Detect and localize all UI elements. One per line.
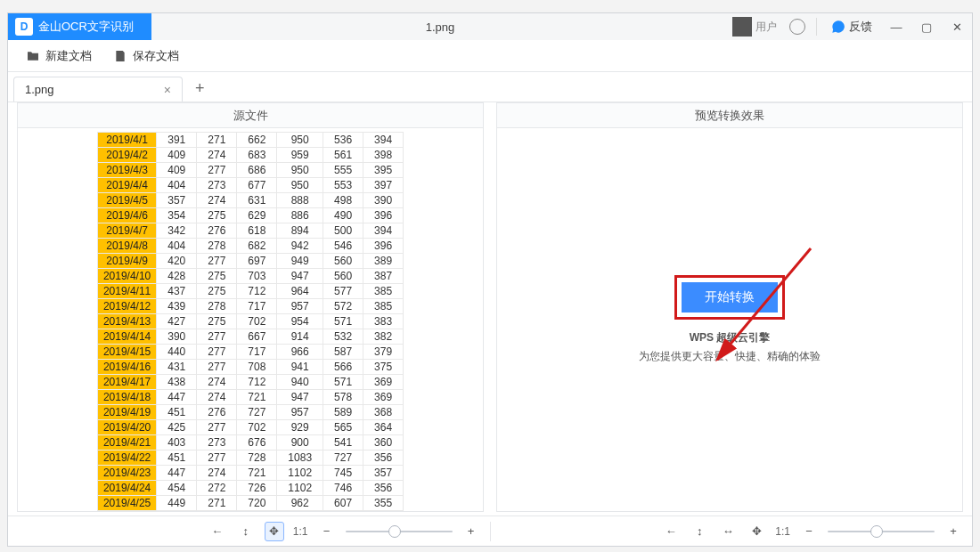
zoom-slider-2[interactable]	[828, 531, 935, 532]
zoom-in-button-2[interactable]: +	[943, 522, 963, 541]
data-cell: 959	[277, 148, 323, 163]
data-cell: 431	[157, 360, 197, 375]
table-row: 2019/4/244542727261102746356	[97, 481, 403, 496]
save-document-button[interactable]: 保存文档	[113, 48, 179, 64]
chevron-left-icon: ←	[666, 524, 677, 538]
data-cell: 712	[237, 375, 277, 390]
data-cell: 274	[197, 375, 237, 390]
move-icon: ✥	[269, 524, 279, 538]
data-cell: 437	[157, 284, 197, 299]
save-document-label: 保存文档	[133, 48, 179, 64]
data-cell: 555	[323, 163, 363, 178]
zoom-slider-knob-2[interactable]	[870, 525, 883, 538]
date-cell: 2019/4/21	[97, 435, 156, 451]
date-cell: 2019/4/22	[97, 451, 156, 466]
fit-height-button[interactable]: ↕	[690, 522, 709, 541]
bottom-bar: ← ↕ ✥ 1:1 − + ← ↕ ↔ ✥ 1:1 − +	[8, 515, 972, 546]
table-row: 2019/4/234472747211102745357	[97, 466, 403, 481]
scale-label: 1:1	[293, 525, 308, 538]
folder-icon	[26, 49, 40, 63]
data-cell: 942	[277, 239, 323, 254]
data-cell: 589	[323, 405, 363, 420]
preview-panel: 预览转换效果 开始转换 WPS 超级云引擎 为您提供更大容量、快捷、精确的体验	[496, 102, 963, 512]
date-cell: 2019/4/11	[97, 284, 156, 299]
maximize-button[interactable]: ▢	[911, 13, 942, 40]
data-cell: 364	[363, 420, 404, 435]
table-row: 2019/4/12439278717957572385	[97, 299, 403, 314]
data-cell: 561	[323, 148, 363, 163]
arrow-left-button-2[interactable]: ←	[661, 522, 681, 541]
promo-text-1: WPS 超级云引擎	[690, 330, 771, 345]
arrow-left-button[interactable]: ←	[208, 522, 227, 541]
data-cell: 271	[197, 133, 237, 148]
data-cell: 275	[197, 314, 237, 329]
start-convert-button[interactable]: 开始转换	[682, 282, 778, 313]
date-cell: 2019/4/8	[97, 239, 156, 254]
source-panel: 源文件 2019/4/13912716629505363942019/4/240…	[17, 102, 484, 512]
data-cell: 618	[237, 223, 277, 239]
data-cell: 607	[323, 496, 363, 511]
sync-icon[interactable]	[789, 19, 805, 35]
close-window-button[interactable]: ✕	[942, 13, 972, 40]
data-cell: 390	[363, 193, 404, 208]
date-cell: 2019/4/9	[97, 254, 156, 269]
data-cell: 274	[197, 466, 237, 481]
data-cell: 278	[197, 239, 237, 254]
data-cell: 721	[237, 390, 277, 405]
date-cell: 2019/4/2	[97, 148, 156, 163]
data-cell: 277	[197, 420, 237, 435]
date-cell: 2019/4/12	[97, 299, 156, 314]
data-cell: 389	[363, 254, 404, 269]
data-cell: 356	[363, 481, 404, 496]
zoom-out-button[interactable]: −	[317, 522, 337, 541]
data-cell: 702	[237, 420, 277, 435]
workspace: 源文件 2019/4/13912716629505363942019/4/240…	[8, 102, 972, 515]
date-cell: 2019/4/1	[97, 133, 156, 148]
zoom-in-button[interactable]: +	[461, 522, 481, 541]
data-cell: 368	[363, 405, 404, 420]
move-tool-button[interactable]: ✥	[265, 522, 284, 541]
data-cell: 947	[277, 269, 323, 284]
data-cell: 385	[363, 299, 404, 314]
fit-width-button[interactable]: ↔	[718, 522, 738, 541]
table-row: 2019/4/18447274721947578369	[97, 390, 403, 405]
data-cell: 277	[197, 163, 237, 178]
data-cell: 1102	[277, 466, 323, 481]
new-document-label: 新建文档	[45, 48, 92, 64]
date-cell: 2019/4/15	[97, 345, 156, 360]
add-tab-button[interactable]: +	[188, 79, 212, 101]
data-cell: 726	[237, 481, 277, 496]
feedback-label: 反馈	[849, 19, 872, 35]
fit-both-button[interactable]: ✥	[747, 522, 766, 541]
feedback-button[interactable]: 反馈	[831, 19, 872, 35]
minimize-button[interactable]: —	[881, 13, 911, 40]
tab-1png[interactable]: 1.png ×	[13, 77, 183, 101]
table-row: 2019/4/9420277697949560389	[97, 254, 403, 269]
date-cell: 2019/4/13	[97, 314, 156, 329]
data-cell: 954	[277, 314, 323, 329]
data-cell: 375	[363, 360, 404, 375]
data-cell: 572	[323, 299, 363, 314]
user-avatar[interactable]	[732, 17, 752, 37]
source-image-view[interactable]: 2019/4/13912716629505363942019/4/2409274…	[18, 128, 483, 511]
data-cell: 541	[323, 435, 363, 451]
data-cell: 746	[323, 481, 363, 496]
data-cell: 727	[323, 451, 363, 466]
data-cell: 957	[277, 405, 323, 420]
data-cell: 278	[197, 299, 237, 314]
data-cell: 553	[323, 178, 363, 193]
table-row: 2019/4/20425277702929565364	[97, 420, 403, 435]
data-cell: 382	[363, 329, 404, 345]
zoom-out-button-2[interactable]: −	[799, 522, 819, 541]
hand-tool-button[interactable]: ↕	[236, 522, 256, 541]
data-cell: 394	[363, 133, 404, 148]
data-cell: 947	[277, 390, 323, 405]
data-cell: 720	[237, 496, 277, 511]
new-document-button[interactable]: 新建文档	[26, 48, 92, 64]
zoom-slider-knob[interactable]	[388, 525, 401, 538]
zoom-slider[interactable]	[346, 531, 453, 532]
date-cell: 2019/4/17	[97, 375, 156, 390]
date-cell: 2019/4/20	[97, 420, 156, 435]
tab-close-button[interactable]: ×	[164, 83, 171, 97]
user-name: 用户	[755, 20, 777, 35]
